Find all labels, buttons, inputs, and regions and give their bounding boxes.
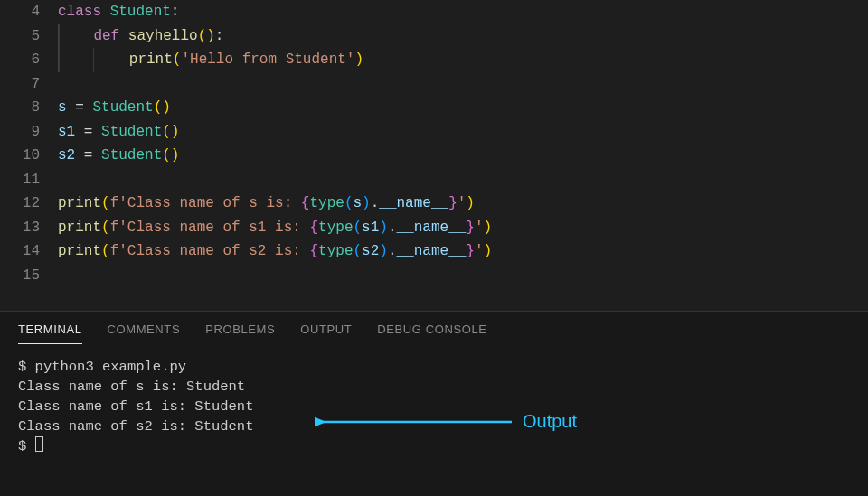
code-line[interactable]: class Student: — [58, 0, 868, 24]
panel-tabs: TERMINAL COMMENTS PROBLEMS OUTPUT DEBUG … — [0, 312, 868, 344]
tab-output[interactable]: OUTPUT — [300, 323, 352, 344]
tab-comments[interactable]: COMMENTS — [108, 323, 181, 344]
bottom-panel: TERMINAL COMMENTS PROBLEMS OUTPUT DEBUG … — [0, 311, 868, 496]
tab-debug-console[interactable]: DEBUG CONSOLE — [377, 323, 486, 344]
code-line[interactable]: def sayhello(): — [58, 24, 868, 49]
tab-problems[interactable]: PROBLEMS — [205, 323, 275, 344]
line-number: 14 — [0, 239, 40, 264]
line-number: 8 — [0, 96, 40, 120]
line-number: 15 — [0, 264, 40, 288]
line-number: 10 — [0, 144, 40, 168]
code-line[interactable] — [58, 72, 868, 97]
terminal-content[interactable]: $ python3 example.py Class name of s is:… — [0, 344, 868, 469]
line-number: 4 — [0, 0, 40, 24]
code-editor[interactable]: 456789101112131415 class Student: def sa… — [0, 0, 868, 311]
line-number: 13 — [0, 216, 40, 240]
code-line[interactable]: print(f'Class name of s2 is: {type(s2)._… — [58, 239, 868, 264]
code-line[interactable]: print(f'Class name of s1 is: {type(s1)._… — [58, 216, 868, 240]
terminal-cursor — [35, 436, 43, 452]
code-line[interactable]: print(f'Class name of s is: {type(s).__n… — [58, 192, 868, 216]
code-line[interactable]: s = Student() — [58, 96, 868, 120]
line-number-gutter: 456789101112131415 — [0, 0, 58, 311]
terminal-prompt[interactable]: $ — [18, 436, 850, 456]
code-line[interactable]: s1 = Student() — [58, 120, 868, 145]
line-number: 12 — [0, 192, 40, 216]
line-number: 7 — [0, 72, 40, 97]
line-number: 11 — [0, 168, 40, 192]
line-number: 5 — [0, 24, 40, 49]
code-line[interactable]: print('Hello from Student') — [58, 48, 868, 72]
line-number: 9 — [0, 120, 40, 145]
code-line[interactable] — [58, 264, 868, 288]
tab-terminal[interactable]: TERMINAL — [18, 323, 82, 344]
code-line[interactable] — [58, 168, 868, 192]
code-line[interactable]: s2 = Student() — [58, 144, 868, 168]
code-content[interactable]: class Student: def sayhello(): print('He… — [58, 0, 868, 311]
line-number: 6 — [0, 48, 40, 72]
